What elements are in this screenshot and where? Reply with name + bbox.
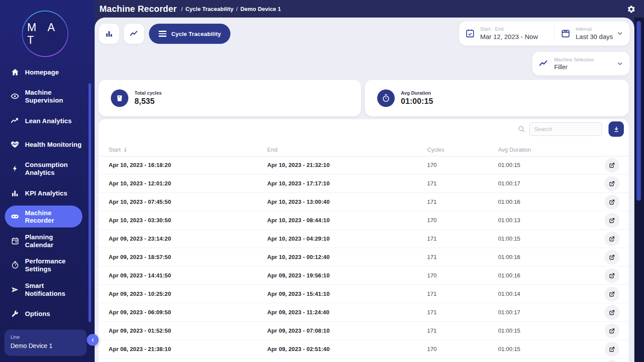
cell-start: Apr 09, 2023 - 18:57:50: [109, 248, 171, 266]
cell-start: Apr 10, 2023 - 07:45:50: [109, 193, 171, 211]
start-end-label: Start - End: [480, 26, 538, 32]
column-header-start[interactable]: Start ↓: [109, 146, 127, 153]
gauge-icon: [11, 261, 19, 270]
cell-end: Apr 10, 2023 - 08:44:10: [267, 211, 330, 229]
sidebar-scrollbar-thumb[interactable]: [88, 83, 91, 322]
sidebar-item-consumption-analytics[interactable]: Consumption Analytics: [0, 156, 95, 181]
calendar-icon: [11, 237, 19, 245]
cycles-icon: [111, 89, 128, 107]
open-details-button[interactable]: [605, 213, 619, 228]
download-button[interactable]: [609, 121, 624, 137]
open-details-button[interactable]: [605, 176, 619, 191]
interval-value: Last 30 days: [576, 33, 613, 40]
cell-end: Apr 09, 2023 - 15:41:10: [267, 285, 330, 303]
column-header-end[interactable]: End: [267, 146, 277, 153]
date-filter-pill: Start - End Mar 12, 2023 - Now Interval …: [459, 21, 630, 46]
cell-cycles: 170: [427, 340, 437, 358]
open-details-button[interactable]: [605, 158, 619, 173]
sidebar-item-label: Performance Settings: [25, 257, 66, 273]
menu-icon: [159, 31, 166, 37]
sidebar-item-kpi-analytics[interactable]: KPI Analytics: [0, 181, 95, 205]
open-in-new-icon: [609, 309, 616, 316]
start-end-filter[interactable]: Start - End Mar 12, 2023 - Now: [459, 21, 554, 46]
sidebar-item-label: Machine Recorder: [25, 209, 82, 224]
table-row: Apr 09, 2023 - 18:57:50 Apr 10, 2023 - 0…: [99, 248, 629, 266]
table-row: Apr 09, 2023 - 06:09:50 Apr 09, 2023 - 1…: [99, 303, 629, 322]
search-icon: [517, 125, 526, 133]
open-details-button[interactable]: [605, 342, 619, 357]
open-details-button[interactable]: [605, 195, 619, 209]
cell-end: Apr 09, 2023 - 07:08:10: [267, 322, 330, 340]
total-cycles-card: Total cycles 8,535: [99, 80, 361, 116]
sidebar-item-label: Planning Calendar: [25, 233, 53, 248]
send-icon: [11, 285, 19, 294]
machine-selection-filter[interactable]: Machine Selection Filler: [532, 52, 630, 75]
bolt-icon: [11, 164, 19, 173]
avg-duration-value: 01:00:15: [401, 97, 433, 106]
sidebar-item-options[interactable]: Options: [0, 302, 95, 326]
open-details-button[interactable]: [605, 231, 619, 246]
sidebar-item-planning-calendar[interactable]: Planning Calendar: [0, 229, 95, 253]
page-scrollbar-thumb[interactable]: [637, 21, 641, 201]
open-in-new-icon: [609, 199, 616, 206]
cell-avg-duration: 01:00:15: [498, 340, 520, 358]
open-details-button[interactable]: [605, 268, 619, 283]
open-in-new-icon: [609, 217, 616, 224]
main-panel: Cycle Traceability Start - End Mar 12, 2…: [95, 18, 634, 362]
open-in-new-icon: [609, 272, 616, 279]
sidebar-item-label: Consumption Analytics: [25, 161, 68, 176]
settings-button[interactable]: [626, 4, 637, 15]
calendar-check-icon: [465, 28, 475, 38]
cell-cycles: 171: [427, 285, 437, 303]
cell-end: Apr 09, 2023 - 19:56:10: [267, 266, 330, 284]
column-header-avg-duration[interactable]: Avg Duration: [498, 146, 531, 153]
sidebar-item-machine-recorder[interactable]: Machine Recorder: [5, 206, 82, 227]
sidebar: M A T Homepage Machine Supervision Lean …: [0, 0, 95, 362]
sidebar-item-label: Lean Analytics: [25, 117, 72, 124]
gear-icon: [627, 5, 636, 14]
cell-cycles: 170: [427, 156, 437, 174]
table-row: Apr 09, 2023 - 01:52:50 Apr 09, 2023 - 0…: [99, 322, 629, 340]
open-details-button[interactable]: [605, 305, 619, 320]
cell-start: Apr 10, 2023 - 03:30:50: [109, 211, 171, 229]
breadcrumb-separator: /: [236, 6, 238, 12]
line-chart-view-button[interactable]: [124, 24, 144, 44]
avg-duration-card: Avg Duration 01:00:15: [365, 80, 629, 116]
sidebar-item-health-monitoring[interactable]: Health Monitoring: [0, 132, 95, 156]
table-row: Apr 09, 2023 - 10:25:20 Apr 09, 2023 - 1…: [99, 285, 629, 303]
open-details-button[interactable]: [605, 323, 619, 338]
device-chip: Line Demo Device 1: [4, 330, 87, 356]
recorder-icon: [11, 212, 19, 221]
cell-start: Apr 09, 2023 - 10:25:20: [109, 285, 171, 303]
interval-filter[interactable]: Interval Last 30 days: [555, 21, 630, 46]
cycle-traceability-view-button[interactable]: Cycle Traceability: [149, 24, 230, 44]
sidebar-item-lean-analytics[interactable]: Lean Analytics: [0, 109, 95, 133]
cell-start: Apr 09, 2023 - 14:41:50: [109, 266, 171, 284]
sidebar-item-machine-supervision[interactable]: Machine Supervision: [0, 84, 95, 108]
sidebar-collapse-button[interactable]: [87, 334, 99, 346]
bar-chart-view-button[interactable]: [99, 24, 119, 44]
cell-end: Apr 10, 2023 - 21:32:10: [267, 156, 330, 174]
machine-selection-label: Machine Selection: [554, 57, 594, 62]
cell-cycles: 170: [427, 266, 437, 284]
view-pill-label: Cycle Traceability: [171, 31, 221, 37]
cycles-table-card: Start ↓ End Cycles Avg Duration Apr 10, …: [99, 119, 629, 362]
cell-cycles: 171: [427, 174, 437, 192]
open-details-button[interactable]: [605, 287, 619, 302]
sidebar-item-label: Health Monitoring: [25, 141, 81, 148]
search-input[interactable]: [529, 122, 602, 136]
cell-start: Apr 10, 2023 - 12:01:20: [109, 174, 171, 192]
trend-line-icon: [538, 58, 549, 69]
open-in-new-icon: [609, 180, 616, 187]
sidebar-item-smart-notifications[interactable]: Smart Notifications: [0, 277, 95, 302]
timer-icon: [377, 89, 395, 107]
sidebar-item-performance-settings[interactable]: Performance Settings: [0, 253, 95, 277]
cell-cycles: 171: [427, 322, 437, 340]
sidebar-item-homepage[interactable]: Homepage: [0, 60, 95, 84]
cell-avg-duration: 01:00:17: [498, 174, 520, 192]
column-header-cycles[interactable]: Cycles: [427, 146, 444, 153]
open-details-button[interactable]: [605, 250, 619, 265]
total-cycles-label: Total cycles: [134, 90, 162, 96]
open-details-button[interactable]: [605, 360, 619, 362]
breadcrumb: / Cycle Traceability / Demo Device 1: [181, 6, 281, 12]
